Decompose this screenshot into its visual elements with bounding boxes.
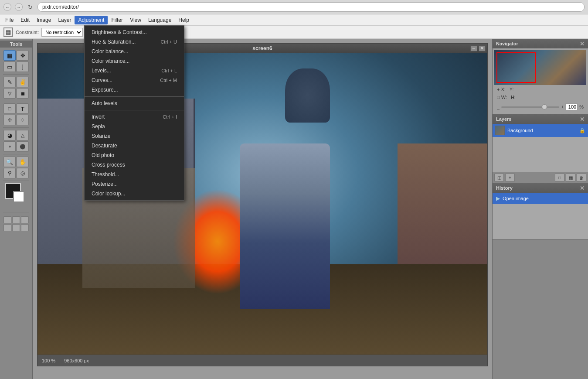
- history-item-open-image[interactable]: ▶ Open image: [493, 193, 588, 204]
- zoom-input[interactable]: [565, 103, 578, 110]
- navigator-h-coord: H:: [511, 95, 517, 100]
- zoom-slider[interactable]: [501, 106, 559, 108]
- navigator-close-button[interactable]: ✕: [580, 41, 585, 47]
- navigator-coords-bottom: □ W: H:: [494, 94, 586, 102]
- history-panel: History ✕ ▶ Open image: [493, 183, 588, 239]
- menu-item-exposure[interactable]: Exposure...: [85, 85, 184, 95]
- layer-thumbnail: [495, 126, 505, 135]
- menu-item-shortcut: Ctrl + U: [160, 39, 177, 44]
- menu-edit[interactable]: Edit: [17, 16, 33, 24]
- menu-item-label: Auto levels: [92, 100, 117, 106]
- menu-item-label: Exposure...: [92, 87, 118, 93]
- burn-tool[interactable]: ⚫: [17, 141, 29, 152]
- canvas-minimize-button[interactable]: ─: [470, 45, 477, 51]
- menu-item-color-balance[interactable]: Color balance...: [85, 47, 184, 56]
- menu-filter[interactable]: Filter: [108, 16, 126, 24]
- tool-row-1: ▦ ✥: [3, 50, 29, 61]
- menu-item-sepia[interactable]: Sepia: [85, 122, 184, 131]
- layers-panel-header: Layers ✕: [493, 114, 588, 124]
- constraint-select[interactable]: No restriction: [41, 28, 83, 37]
- menu-language[interactable]: Language: [145, 16, 175, 24]
- canvas-close-button[interactable]: ✕: [479, 45, 486, 51]
- menu-item-auto-levels[interactable]: Auto levels: [85, 99, 184, 108]
- menu-item-color-vibrance[interactable]: Color vibrance...: [85, 56, 184, 66]
- color-swatches[interactable]: [5, 183, 27, 205]
- extra-tool-4[interactable]: [3, 224, 11, 231]
- zoom-tool[interactable]: 🔍: [3, 157, 16, 167]
- extra-tool-2[interactable]: [12, 216, 20, 223]
- layers-close-button[interactable]: ✕: [580, 116, 585, 123]
- history-close-button[interactable]: ✕: [580, 185, 585, 191]
- sharpen-tool[interactable]: △: [17, 130, 29, 140]
- tool-row-3: ✎ ✌: [3, 77, 29, 87]
- eraser-tool[interactable]: ▽: [3, 88, 16, 99]
- add-layer-group-button[interactable]: ◫: [494, 174, 504, 181]
- zoom-status: 100 %: [42, 358, 55, 363]
- zoom-minus-icon[interactable]: ⎯: [497, 105, 500, 109]
- hand-tool[interactable]: ✋: [17, 157, 29, 167]
- healing-tool[interactable]: ✢: [3, 115, 16, 125]
- eyedropper-tool[interactable]: ⚲: [3, 168, 16, 178]
- x-label: +: [497, 87, 500, 92]
- extra-tool-5[interactable]: [12, 224, 20, 231]
- menu-item-threshold[interactable]: Threshold...: [85, 170, 184, 179]
- layer-item-background[interactable]: Background 🔒: [493, 124, 588, 137]
- tool-separator-2: [3, 101, 29, 101]
- menu-item-cross-process[interactable]: Cross process: [85, 160, 184, 170]
- extra-tool-1[interactable]: [3, 216, 11, 223]
- redeye-tool[interactable]: ◎: [17, 168, 29, 178]
- menu-item-hue-saturation[interactable]: Hue & Saturation... Ctrl + U: [85, 37, 184, 47]
- menu-item-label: Curves...: [92, 77, 112, 83]
- forward-button[interactable]: →: [15, 3, 23, 11]
- menu-help[interactable]: Help: [175, 16, 193, 24]
- menu-item-shortcut: Ctrl + M: [160, 78, 177, 83]
- canvas-titlebar-buttons: ─ ✕: [470, 45, 486, 51]
- history-title: History: [496, 185, 513, 191]
- back-button[interactable]: ←: [3, 3, 11, 11]
- menu-item-solarize[interactable]: Solarize: [85, 131, 184, 141]
- menu-item-invert[interactable]: Invert Ctrl + I: [85, 112, 184, 122]
- layer-merge-button[interactable]: ▦: [566, 174, 575, 181]
- menu-item-label: Color balance...: [92, 48, 128, 55]
- text-tool[interactable]: T: [17, 103, 29, 114]
- add-layer-button[interactable]: +: [505, 174, 515, 181]
- shape-tool[interactable]: □: [3, 103, 16, 114]
- brush-tool[interactable]: ✌: [17, 77, 29, 87]
- constraint-label: Constraint:: [16, 30, 39, 35]
- menu-file[interactable]: File: [2, 16, 17, 24]
- clone-tool[interactable]: ♢: [17, 115, 29, 125]
- extra-tool-6[interactable]: [21, 224, 29, 231]
- menu-layer[interactable]: Layer: [54, 16, 75, 24]
- tools-title: Tools: [0, 41, 32, 48]
- menu-adjustment[interactable]: Adjustment: [75, 16, 108, 24]
- reload-button[interactable]: ↻: [26, 3, 34, 11]
- zoom-plus-icon[interactable]: +: [561, 105, 564, 109]
- menu-item-brightness-contrast[interactable]: Brightness & Contrast...: [85, 27, 184, 37]
- lasso-tool[interactable]: ⌡: [17, 61, 29, 72]
- tool-row-5: □ T: [3, 103, 29, 114]
- blur-tool[interactable]: ◕: [3, 130, 16, 140]
- pencil-tool[interactable]: ✎: [3, 77, 16, 87]
- menu-image[interactable]: Image: [33, 16, 54, 24]
- foreground-color[interactable]: [5, 183, 21, 199]
- layer-delete-button[interactable]: 🗑: [577, 174, 586, 181]
- menu-item-posterize[interactable]: Posterize...: [85, 179, 184, 189]
- marquee-tool[interactable]: ▭: [3, 61, 16, 72]
- menu-item-old-photo[interactable]: Old photo: [85, 150, 184, 160]
- menu-item-color-lookup[interactable]: Color lookup...: [85, 189, 184, 198]
- menu-item-desaturate[interactable]: Desaturate: [85, 141, 184, 150]
- menu-item-levels[interactable]: Levels... Ctrl + L: [85, 66, 184, 75]
- zoom-slider-thumb[interactable]: [542, 104, 547, 109]
- dodge-tool[interactable]: ⚬: [3, 141, 16, 152]
- address-bar[interactable]: pixlr.com/editor/: [37, 2, 585, 12]
- tool-separator-5: [3, 181, 29, 181]
- tool-row-8: ⚬ ⚫: [3, 141, 29, 152]
- background-color[interactable]: [13, 191, 24, 202]
- crop-tool[interactable]: ▦: [3, 50, 16, 61]
- extra-tool-3[interactable]: [21, 216, 29, 223]
- menu-view[interactable]: View: [126, 16, 145, 24]
- fill-tool[interactable]: ◼: [17, 88, 29, 99]
- menu-item-curves[interactable]: Curves... Ctrl + M: [85, 75, 184, 85]
- layer-copy-button[interactable]: □: [555, 174, 564, 181]
- move-tool[interactable]: ✥: [17, 50, 29, 61]
